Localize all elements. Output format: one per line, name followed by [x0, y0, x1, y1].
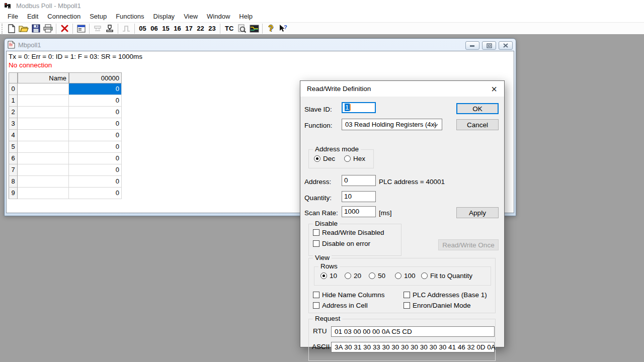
function-15-button[interactable]: 15: [160, 25, 172, 32]
value-cell[interactable]: 0: [69, 83, 122, 95]
menu-setup[interactable]: Setup: [85, 11, 111, 22]
row-header[interactable]: 0: [9, 83, 18, 95]
value-cell[interactable]: 0: [69, 164, 122, 176]
menu-connection[interactable]: Connection: [43, 11, 85, 22]
toolbar-separator: [220, 24, 220, 34]
name-cell[interactable]: [18, 107, 69, 118]
mbpoll1-title: Mbpoll1: [18, 41, 41, 49]
value-cell[interactable]: 0: [69, 188, 122, 199]
function-05-button[interactable]: 05: [137, 25, 148, 32]
row-header[interactable]: 4: [9, 130, 18, 141]
connect-icon[interactable]: [92, 23, 104, 34]
address-input[interactable]: 0: [342, 175, 376, 186]
menu-functions[interactable]: Functions: [111, 11, 148, 22]
function-16-button[interactable]: 16: [172, 25, 183, 32]
toolbar-gripper[interactable]: [2, 24, 4, 34]
name-cell[interactable]: [18, 130, 69, 141]
quantity-input[interactable]: 10: [342, 191, 376, 202]
fit-to-quantity-radio[interactable]: Fit to Quantity: [421, 272, 472, 280]
row-header[interactable]: 5: [9, 141, 18, 153]
value-cell[interactable]: 0: [69, 153, 122, 164]
menu-file[interactable]: File: [3, 11, 23, 22]
window-title: Modbus Poll - Mbpoll1: [16, 2, 81, 10]
function-23-button[interactable]: 23: [206, 25, 218, 32]
disable-on-error-checkbox[interactable]: Disable on error: [313, 240, 370, 247]
rows-20-radio[interactable]: 20: [345, 272, 361, 280]
restore-button[interactable]: [482, 41, 496, 50]
row-header[interactable]: 1: [9, 95, 18, 107]
row-header[interactable]: 8: [9, 176, 18, 188]
row-header[interactable]: 6: [9, 153, 18, 164]
address-in-cell-checkbox[interactable]: Address in Cell: [313, 302, 368, 309]
function-17-button[interactable]: 17: [183, 25, 195, 32]
toolbar-separator: [72, 24, 73, 34]
value-cell[interactable]: 0: [69, 118, 122, 130]
value-cell[interactable]: 0: [69, 107, 122, 118]
hide-name-columns-checkbox[interactable]: Hide Name Columns: [313, 291, 385, 299]
display-setup-icon[interactable]: [75, 23, 87, 34]
grid-header-name[interactable]: Name: [18, 72, 69, 83]
rows-50-radio[interactable]: 50: [369, 272, 385, 280]
value-cell[interactable]: 0: [69, 130, 122, 141]
hex-radio[interactable]: Hex: [344, 155, 365, 162]
grid-corner-cell: [9, 72, 18, 83]
name-cell[interactable]: [18, 164, 69, 176]
name-cell[interactable]: [18, 83, 69, 95]
name-cell[interactable]: [18, 95, 69, 107]
read-write-once-button[interactable]: Read/Write Once: [438, 239, 499, 250]
minimize-button[interactable]: [465, 41, 479, 50]
read-write-definition-dialog[interactable]: Read/Write Definition × Slave ID: 1 OK F…: [300, 80, 505, 347]
menu-view[interactable]: View: [179, 11, 202, 22]
function-22-button[interactable]: 22: [195, 25, 206, 32]
context-help-icon[interactable]: ?: [277, 23, 289, 34]
help-icon[interactable]: ?: [265, 23, 277, 34]
ascii-request-box: 3A 30 31 30 33 30 30 30 30 30 30 30 41 4…: [331, 342, 495, 352]
dialog-close-icon[interactable]: ×: [484, 81, 504, 97]
value-cell[interactable]: 0: [69, 176, 122, 188]
name-cell[interactable]: [18, 153, 69, 164]
value-cell[interactable]: 0: [69, 95, 122, 107]
enron-daniel-mode-checkbox[interactable]: Enron/Daniel Mode: [404, 302, 471, 309]
row-header[interactable]: 3: [9, 118, 18, 130]
row-header[interactable]: 9: [9, 188, 18, 199]
menu-display[interactable]: Display: [149, 11, 180, 22]
poll-bell-icon[interactable]: [104, 23, 116, 34]
value-cell[interactable]: 0: [69, 141, 122, 153]
print-icon[interactable]: [42, 23, 54, 34]
mbpoll1-titlebar[interactable]: Mbpoll1: [5, 39, 516, 51]
scan-rate-input[interactable]: 1000: [342, 206, 376, 217]
menu-window[interactable]: Window: [202, 11, 234, 22]
rows-100-radio[interactable]: 100: [395, 272, 416, 280]
apply-button[interactable]: Apply: [456, 207, 499, 218]
function-select[interactable]: 03 Read Holding Registers (4x): [342, 119, 442, 130]
row-header[interactable]: 2: [9, 107, 18, 118]
zoom-document-icon[interactable]: [236, 23, 248, 34]
new-file-icon[interactable]: [6, 23, 18, 34]
row-header[interactable]: 7: [9, 164, 18, 176]
pulse-icon[interactable]: [120, 23, 132, 34]
name-cell[interactable]: [18, 118, 69, 130]
function-06-button[interactable]: 06: [148, 25, 160, 32]
open-file-icon[interactable]: [18, 23, 30, 34]
name-cell[interactable]: [18, 141, 69, 153]
grid-header-value[interactable]: 00000: [69, 72, 122, 83]
dec-radio[interactable]: Dec: [314, 155, 335, 162]
plc-addresses-base1-checkbox[interactable]: PLC Addresses (Base 1): [404, 291, 487, 299]
read-write-disabled-checkbox[interactable]: Read/Write Disabled: [313, 229, 384, 236]
communication-traffic-icon[interactable]: [248, 23, 260, 34]
slave-id-input[interactable]: 1: [342, 102, 376, 113]
table-row: 40: [9, 130, 122, 141]
rows-10-radio[interactable]: 10: [320, 272, 337, 280]
dialog-titlebar[interactable]: Read/Write Definition: [300, 81, 504, 97]
cut-icon[interactable]: [58, 23, 70, 34]
name-cell[interactable]: [18, 176, 69, 188]
save-icon[interactable]: [30, 23, 42, 34]
menu-help[interactable]: Help: [234, 11, 257, 22]
test-center-button[interactable]: TC: [222, 25, 236, 32]
menu-edit[interactable]: Edit: [23, 11, 43, 22]
ok-button[interactable]: OK: [456, 103, 499, 114]
name-cell[interactable]: [18, 188, 69, 199]
cancel-button[interactable]: Cancel: [456, 119, 499, 130]
close-icon[interactable]: [499, 41, 513, 50]
table-row: 70: [9, 164, 122, 176]
